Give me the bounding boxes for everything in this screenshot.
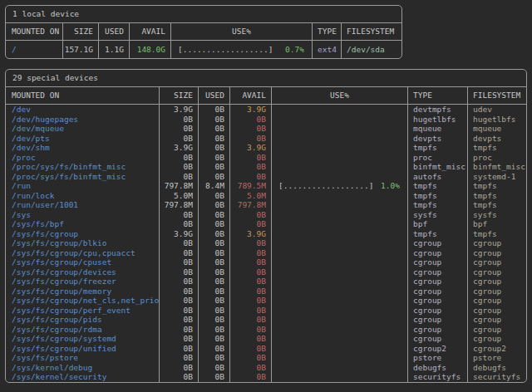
avail-cell: 0B: [230, 315, 272, 325]
used-cell: 0B: [199, 257, 230, 267]
filesystem-cell: securityfs: [468, 372, 526, 382]
column-header-type: TYPE: [408, 87, 468, 104]
usage-cell: [272, 229, 408, 239]
avail-cell: 797.8M: [230, 200, 272, 210]
type-cell: tmpfs: [408, 191, 468, 201]
type-cell: tmpfs: [408, 181, 468, 191]
size-cell: 0B: [160, 363, 199, 373]
mounted-on-cell: /dev/mqueue: [6, 124, 160, 134]
table-row: /proc/sys/fs/binfmt_misc0B0B0Bautofssyst…: [6, 172, 526, 182]
column-header-use-: USE%: [272, 87, 408, 104]
usage-cell: [272, 287, 408, 296]
table-row: /dev/pts0B0B0Bdevptsdevpts: [6, 134, 526, 144]
filesystem-cell: debugfs: [468, 363, 526, 373]
size-cell: 797.8M: [160, 181, 199, 191]
type-cell: devpts: [408, 134, 468, 144]
filesystem-cell: cgroup: [468, 257, 526, 267]
avail-cell: 0B: [230, 238, 272, 248]
table-row: /run797.8M8.4M789.5M[..................]…: [6, 181, 526, 191]
filesystem-cell: cgroup: [468, 325, 526, 335]
filesystem-cell: tmpfs: [468, 143, 526, 153]
avail-cell: 0B: [230, 219, 272, 229]
used-cell: 0B: [199, 287, 230, 296]
local-device-table: 1 local device MOUNTED ONSIZEUSEDAVAILUS…: [5, 5, 402, 59]
type-cell: tmpfs: [408, 200, 468, 210]
usage-cell: [272, 257, 408, 267]
avail-cell: 0B: [230, 334, 272, 344]
used-cell: 0B: [199, 191, 230, 201]
used-cell: 0B: [199, 124, 230, 134]
mounted-on-cell: /: [6, 41, 63, 58]
type-cell: debugfs: [408, 363, 468, 373]
filesystem-cell: proc: [468, 153, 526, 163]
used-cell: 0B: [199, 200, 230, 210]
usage-percent: 1.0%: [381, 181, 400, 191]
usage-cell: [272, 267, 408, 277]
used-cell: 0B: [199, 353, 230, 363]
type-cell: cgroup: [408, 306, 468, 316]
table-row: /dev3.9G0B3.9Gdevtmpfsudev: [6, 105, 526, 115]
size-cell: 0B: [160, 344, 199, 354]
size-cell: 0B: [160, 372, 199, 382]
type-cell: sysfs: [408, 210, 468, 220]
usage-cell: [272, 191, 408, 201]
usage-cell: [272, 134, 408, 144]
size-cell: 0B: [160, 325, 199, 335]
mounted-on-cell: /sys/fs/cgroup/rdma: [6, 325, 160, 335]
used-cell: 0B: [199, 372, 230, 382]
mounted-on-cell: /proc: [6, 153, 160, 163]
avail-cell: 0B: [230, 353, 272, 363]
usage-cell: [272, 238, 408, 248]
type-cell: cgroup: [408, 287, 468, 296]
table-row: /sys/fs/cgroup/systemd0B0B0Bcgroupcgroup: [6, 334, 526, 344]
mounted-on-cell: /run: [6, 181, 160, 191]
mounted-on-cell: /sys/fs/cgroup/memory: [6, 287, 160, 296]
table-row: /dev/mqueue0B0B0Bmqueuemqueue: [6, 124, 526, 134]
filesystem-cell: cgroup: [468, 238, 526, 248]
used-cell: 0B: [199, 210, 230, 220]
table-row: /sys/fs/cgroup3.9G0B3.9Gtmpfstmpfs: [6, 229, 526, 239]
usage-cell: [272, 363, 408, 373]
table-row: /sys/fs/cgroup/memory0B0B0Bcgroupcgroup: [6, 287, 526, 296]
filesystem-cell: tmpfs: [468, 191, 526, 201]
used-cell: 0B: [199, 229, 230, 239]
filesystem-cell: tmpfs: [468, 229, 526, 239]
used-cell: 0B: [199, 315, 230, 325]
column-header-mounted-on: MOUNTED ON: [6, 23, 63, 40]
used-cell: 0B: [199, 363, 230, 373]
size-cell: 0B: [160, 172, 199, 182]
avail-cell: 0B: [230, 172, 272, 182]
mounted-on-cell: /sys/fs/bpf: [6, 219, 160, 229]
size-cell: 0B: [160, 238, 199, 248]
table-row: /sys/fs/cgroup/unified0B0B0Bcgroup2cgrou…: [6, 344, 526, 354]
avail-cell: 0B: [230, 162, 272, 172]
usage-cell: [272, 353, 408, 363]
table-row: /sys/fs/cgroup/cpu,cpuacct0B0B0Bcgroupcg…: [6, 248, 526, 258]
used-cell: 0B: [199, 105, 230, 115]
table-row: /sys/fs/cgroup/rdma0B0B0Bcgroupcgroup: [6, 325, 526, 335]
size-cell: 0B: [160, 334, 199, 344]
used-cell: 0B: [199, 162, 230, 172]
size-cell: 0B: [160, 248, 199, 258]
avail-cell: 0B: [230, 153, 272, 163]
usage-bar: [..................]: [178, 41, 273, 58]
mounted-on-cell: /sys/fs/cgroup/unified: [6, 344, 160, 354]
table-row: /sys/fs/cgroup/blkio0B0B0Bcgroupcgroup: [6, 238, 526, 248]
filesystem-cell: cgroup2: [468, 344, 526, 354]
column-header-avail: AVAIL: [130, 23, 171, 40]
filesystem-cell: udev: [468, 105, 526, 115]
used-cell: 0B: [199, 153, 230, 163]
type-cell: devtmpfs: [408, 105, 468, 115]
filesystem-cell: cgroup: [468, 267, 526, 277]
type-cell: cgroup: [408, 257, 468, 267]
used-cell: 0B: [199, 277, 230, 287]
avail-cell: 789.5M: [230, 181, 272, 191]
filesystem-cell: cgroup: [468, 315, 526, 325]
size-cell: 0B: [160, 210, 199, 220]
table-row: /sys/kernel/debug0B0B0Bdebugfsdebugfs: [6, 363, 526, 373]
filesystem-cell: mqueue: [468, 124, 526, 134]
mounted-on-cell: /run/lock: [6, 191, 160, 201]
filesystem-cell: systemd-1: [468, 172, 526, 182]
table-row: /sys/fs/cgroup/net_cls,net_prio0B0B0Bcgr…: [6, 296, 526, 306]
type-cell: securityfs: [408, 372, 468, 382]
